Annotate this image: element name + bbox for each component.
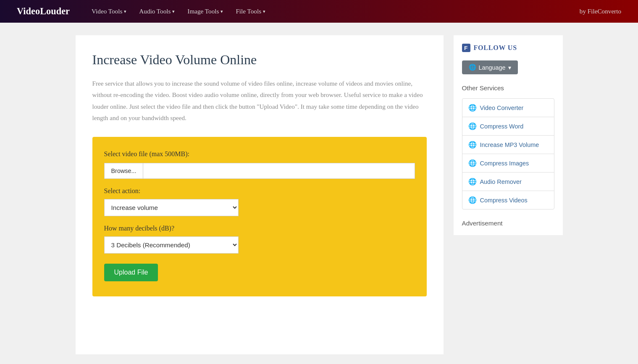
image-tools-caret: ▾ [221, 9, 223, 14]
nav-links: Video Tools ▾ Audio Tools ▾ Image Tools … [87, 5, 621, 18]
video-tools-caret: ▾ [124, 9, 126, 14]
action-label: Select action: [104, 187, 415, 195]
page-description: Free service that allows you to increase… [92, 78, 427, 123]
decibels-label: How many decibels (dB)? [104, 225, 415, 232]
main-content: Increase Video Volume Online Free servic… [76, 35, 444, 354]
follow-us-section: f FOLLOW US [462, 44, 554, 52]
service-item-video-converter[interactable]: 🌐 Video Converter [462, 99, 554, 117]
language-icon: 🌐 [469, 64, 476, 71]
audio-tools-caret: ▾ [172, 9, 175, 14]
service-item-compress-images[interactable]: 🌐 Compress Images [462, 154, 554, 173]
service-globe-icon-5: 🌐 [468, 196, 477, 204]
file-tools-caret: ▾ [263, 9, 265, 14]
nav-by-label: by FileConverto [580, 8, 621, 15]
service-label-4: Audio Remover [480, 178, 522, 185]
service-item-compress-videos[interactable]: 🌐 Compress Videos [462, 191, 554, 209]
action-select[interactable]: Increase volume Decrease volume [104, 199, 239, 216]
browse-button[interactable]: Browse... [104, 163, 143, 179]
page-wrapper: Increase Video Volume Online Free servic… [67, 23, 571, 364]
sidebar: f FOLLOW US 🌐 Language ▾ Other Services … [454, 35, 563, 354]
nav-audio-tools[interactable]: Audio Tools ▾ [134, 5, 180, 18]
service-label-2: Increase MP3 Volume [480, 141, 539, 148]
follow-us-label: FOLLOW US [474, 44, 517, 52]
service-globe-icon-2: 🌐 [468, 141, 477, 149]
service-item-compress-word[interactable]: 🌐 Compress Word [462, 117, 554, 136]
service-label-3: Compress Images [480, 160, 529, 167]
nav-image-tools[interactable]: Image Tools ▾ [182, 5, 228, 18]
page-title: Increase Video Volume Online [92, 52, 427, 68]
language-caret: ▾ [508, 64, 511, 71]
upload-button[interactable]: Upload File [104, 264, 158, 281]
service-label-5: Compress Videos [480, 197, 528, 204]
decibels-select[interactable]: 1 Decibel 2 Decibels 3 Decibels (Recomme… [104, 236, 239, 254]
facebook-icon: f [462, 44, 470, 52]
nav-video-tools[interactable]: Video Tools ▾ [87, 5, 131, 18]
service-globe-icon-0: 🌐 [468, 104, 477, 112]
file-input-row: Browse... [104, 163, 415, 179]
advertisement-title: Advertisement [462, 220, 554, 227]
service-globe-icon-1: 🌐 [468, 122, 477, 130]
upload-box: Select video file (max 500MB): Browse...… [92, 137, 427, 296]
language-button[interactable]: 🌐 Language ▾ [462, 60, 518, 74]
other-services-title: Other Services [462, 84, 554, 92]
services-list: 🌐 Video Converter 🌐 Compress Word 🌐 Incr… [462, 98, 554, 209]
service-item-increase-mp3[interactable]: 🌐 Increase MP3 Volume [462, 136, 554, 154]
service-globe-icon-3: 🌐 [468, 159, 477, 167]
file-label: Select video file (max 500MB): [104, 150, 415, 158]
navbar: VideoLouder Video Tools ▾ Audio Tools ▾ … [0, 0, 638, 23]
language-label: Language [479, 64, 506, 71]
brand-logo[interactable]: VideoLouder [17, 6, 70, 17]
file-name-display [143, 163, 415, 179]
service-globe-icon-4: 🌐 [468, 178, 477, 186]
service-label-1: Compress Word [480, 123, 524, 130]
sidebar-card: f FOLLOW US 🌐 Language ▾ Other Services … [454, 35, 563, 235]
service-label-0: Video Converter [480, 105, 524, 111]
service-item-audio-remover[interactable]: 🌐 Audio Remover [462, 173, 554, 191]
nav-file-tools[interactable]: File Tools ▾ [231, 5, 270, 18]
